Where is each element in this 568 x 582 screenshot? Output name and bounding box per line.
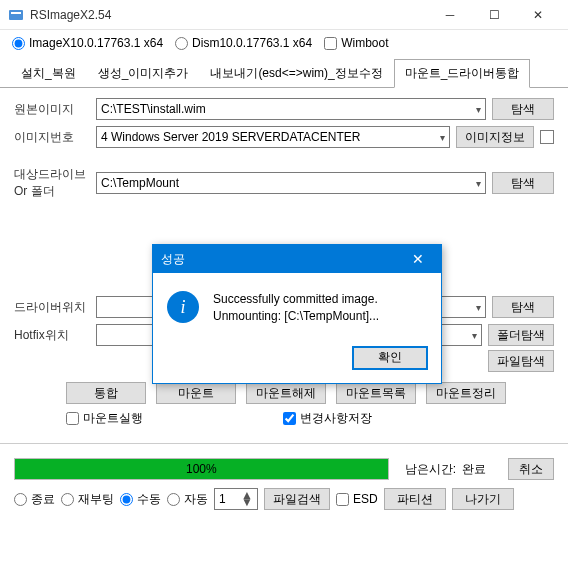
cancel-button[interactable]: 취소 [508, 458, 554, 480]
radio-reboot[interactable]: 재부팅 [61, 491, 114, 508]
radio-shutdown[interactable]: 종료 [14, 491, 55, 508]
window-controls: ─ ☐ ✕ [428, 0, 560, 30]
tab-strip: 설치_복원 생성_이미지추가 내보내기(esd<=>wim)_정보수정 마운트_… [0, 58, 568, 88]
check-esd[interactable]: ESD [336, 492, 378, 506]
source-combo[interactable]: C:\TEST\install.wim▾ [96, 98, 486, 120]
delay-spinner[interactable]: 1 ▲▼ [214, 488, 258, 510]
progress-bar: 100% [14, 458, 389, 480]
chevron-down-icon: ▾ [472, 330, 477, 341]
exit-button[interactable]: 나가기 [452, 488, 514, 510]
dialog-ok-button[interactable]: 확인 [353, 347, 427, 369]
radio-imagex[interactable]: ImageX10.0.17763.1 x64 [12, 36, 163, 50]
radio-manual[interactable]: 수동 [120, 491, 161, 508]
unmount-button[interactable]: 마운트해제 [246, 382, 326, 404]
chevron-down-icon: ▾ [476, 104, 481, 115]
check-row: 마운트실행 변경사항저장 [14, 410, 554, 427]
check-mountexec[interactable]: 마운트실행 [66, 410, 143, 427]
progress-percent: 100% [15, 459, 388, 479]
svg-rect-0 [9, 10, 23, 20]
hotfix-label: Hotfix위치 [14, 324, 90, 344]
imageinfo-button[interactable]: 이미지정보 [456, 126, 534, 148]
check-savechanges[interactable]: 변경사항저장 [283, 410, 372, 427]
svg-rect-1 [11, 12, 21, 14]
titlebar: RSImageX2.54 ─ ☐ ✕ [0, 0, 568, 30]
chevron-down-icon: ▾ [476, 302, 481, 313]
hotfix-folderbrowse-button[interactable]: 폴더탐색 [488, 324, 554, 346]
integrate-button[interactable]: 통합 [66, 382, 146, 404]
dialog-titlebar: 성공 ✕ [153, 245, 441, 273]
separator [0, 443, 568, 444]
target-label: 대상드라이브 Or 폴더 [14, 166, 90, 200]
action-button-row: 통합 마운트 마운트해제 마운트목록 마운트정리 [14, 382, 554, 404]
partition-button[interactable]: 파티션 [384, 488, 446, 510]
info-icon: i [167, 291, 199, 323]
target-combo[interactable]: C:\TempMount▾ [96, 172, 486, 194]
index-combo[interactable]: 4 Windows Server 2019 SERVERDATACENTER▾ [96, 126, 450, 148]
engine-row: ImageX10.0.17763.1 x64 Dism10.0.17763.1 … [0, 30, 568, 56]
driver-browse-button[interactable]: 탐색 [492, 296, 554, 318]
chevron-down-icon: ▾ [440, 132, 445, 143]
radio-dism[interactable]: Dism10.0.17763.1 x64 [175, 36, 312, 50]
mountclean-button[interactable]: 마운트정리 [426, 382, 506, 404]
chevron-down-icon: ▾ [476, 178, 481, 189]
source-label: 원본이미지 [14, 101, 90, 118]
tab-export[interactable]: 내보내기(esd<=>wim)_정보수정 [199, 59, 393, 88]
dialog-message: Successfully committed image. Unmounting… [213, 291, 427, 325]
remain-label: 남은시간: [405, 461, 456, 478]
close-button[interactable]: ✕ [516, 0, 560, 30]
dialog-title: 성공 [161, 251, 185, 268]
maximize-button[interactable]: ☐ [472, 0, 516, 30]
index-checkbox[interactable] [540, 130, 554, 144]
window-title: RSImageX2.54 [30, 8, 428, 22]
success-dialog: 성공 ✕ i Successfully committed image. Unm… [152, 244, 442, 384]
radio-auto[interactable]: 자동 [167, 491, 208, 508]
filesearch-button[interactable]: 파일검색 [264, 488, 330, 510]
remain-value: 완료 [462, 461, 502, 478]
check-wimboot[interactable]: Wimboot [324, 36, 388, 50]
index-label: 이미지번호 [14, 129, 90, 146]
mount-button[interactable]: 마운트 [156, 382, 236, 404]
source-browse-button[interactable]: 탐색 [492, 98, 554, 120]
minimize-button[interactable]: ─ [428, 0, 472, 30]
tab-mount[interactable]: 마운트_드라이버통합 [394, 59, 531, 88]
bottom-area: 100% 남은시간: 완료 취소 종료 재부팅 수동 자동 1 ▲▼ 파일검색 … [0, 450, 568, 526]
mountlist-button[interactable]: 마운트목록 [336, 382, 416, 404]
tab-create[interactable]: 생성_이미지추가 [87, 59, 200, 88]
driver-label: 드라이버위치 [14, 299, 90, 316]
dialog-close-icon[interactable]: ✕ [403, 251, 433, 267]
app-icon [8, 7, 24, 23]
target-browse-button[interactable]: 탐색 [492, 172, 554, 194]
hotfix-filebrowse-button[interactable]: 파일탐색 [488, 350, 554, 372]
tab-install[interactable]: 설치_복원 [10, 59, 87, 88]
